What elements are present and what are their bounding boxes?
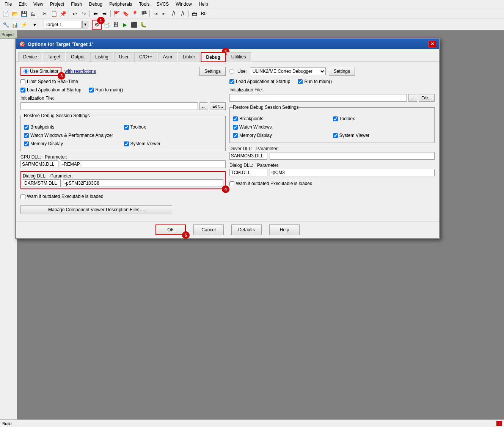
bookmark2-btn[interactable]: 🔖 [121, 9, 130, 18]
bookmark3-btn[interactable]: 📍 [130, 9, 139, 18]
save-btn[interactable]: 💾 [20, 9, 28, 18]
sep5 [149, 10, 150, 17]
paste-btn[interactable]: 📌 [59, 9, 67, 18]
tab-target[interactable]: Target [43, 52, 65, 62]
menu-window[interactable]: Window [173, 1, 195, 8]
memory-display-check-left[interactable] [24, 141, 29, 146]
defaults-btn[interactable]: Defaults [231, 224, 262, 235]
init-file-input-left[interactable] [20, 102, 198, 110]
left-settings-btn[interactable]: Settings [199, 67, 226, 76]
cut-btn[interactable]: ✂ [41, 9, 49, 18]
cpu-dll-input[interactable] [20, 160, 58, 168]
use-simulator-radio[interactable] [24, 69, 28, 74]
load-btn[interactable]: ⚡ [20, 20, 28, 29]
tab-bar: Device Target Output Listing User C/C++ … [16, 49, 439, 62]
init-edit-btn-right[interactable]: Edit... [419, 94, 435, 102]
tab-cpp[interactable]: C/C++ [134, 52, 157, 62]
tab-utilities[interactable]: Utilities [226, 52, 251, 62]
menu-flash[interactable]: Flash [68, 1, 85, 8]
menu-view[interactable]: View [30, 1, 46, 8]
format2-btn[interactable]: // [179, 9, 187, 18]
copy-btn[interactable]: 📋 [50, 9, 58, 18]
batch-btn[interactable]: 📊 [11, 20, 19, 29]
tab-user[interactable]: User [114, 52, 133, 62]
watch-windows-check-left[interactable] [24, 133, 29, 138]
dialog-close-btn[interactable]: ✕ [429, 41, 436, 47]
menu-svcs[interactable]: SVCS [154, 1, 172, 8]
format1-btn[interactable]: // [170, 9, 178, 18]
indent-btn[interactable]: ⇥ [151, 9, 160, 18]
multi-btn[interactable]: ▾ [29, 20, 40, 29]
toolbox-check-left[interactable] [124, 125, 129, 130]
debug-btn[interactable]: 🐛 [139, 20, 147, 29]
with-restrictions-link[interactable]: with restrictions [64, 69, 96, 74]
menu-file[interactable]: File [2, 1, 15, 8]
warn-check-left[interactable] [20, 194, 25, 199]
menu-peripherals[interactable]: Peripherals [106, 1, 135, 8]
driver-dll-input[interactable] [229, 152, 267, 160]
init-file-input-right[interactable] [229, 94, 407, 102]
menu-debug[interactable]: Debug [86, 1, 105, 8]
right-settings-btn[interactable]: Settings [329, 67, 355, 76]
step5-badge: 5 [182, 231, 190, 239]
stop-btn[interactable]: ⬛ [130, 20, 138, 29]
ok-btn[interactable]: OK [155, 224, 186, 235]
manage-btn[interactable]: Manage Component Viewer Description File… [20, 205, 172, 214]
outdent-btn[interactable]: ⇤ [160, 9, 169, 18]
breakpoints-check-right[interactable] [233, 116, 238, 121]
save-all-btn[interactable]: 🗂 [29, 9, 37, 18]
dialog-dll-input-right[interactable] [229, 169, 267, 176]
breakpoints-check-left[interactable] [24, 125, 29, 130]
load-app-check-left[interactable] [20, 88, 25, 93]
memory-display-check-right[interactable] [233, 133, 238, 138]
project-tab[interactable]: Project [0, 30, 17, 39]
bookmark4-btn[interactable]: 🏴 [140, 9, 148, 18]
nav-back-btn[interactable]: ⬅ [91, 9, 100, 18]
limit-speed-check[interactable] [20, 79, 25, 84]
menu-tools[interactable]: Tools [136, 1, 153, 8]
system-viewer-check-right[interactable] [333, 133, 338, 138]
init-browse-btn-right[interactable]: ... [408, 94, 417, 102]
debugger-select[interactable]: ULINK2/ME Cortex Debugger [250, 68, 326, 75]
debugger-combo: ULINK2/ME Cortex Debugger [250, 68, 326, 75]
help-btn[interactable]: Help [269, 224, 300, 235]
init-edit-btn-left[interactable]: Edit... [210, 102, 226, 110]
system-viewer-check-left[interactable] [124, 141, 129, 146]
tab-output[interactable]: Output [66, 52, 89, 62]
cancel-btn[interactable]: Cancel [193, 224, 224, 235]
redo-btn[interactable]: ↪ [80, 9, 88, 18]
new-file-btn[interactable]: 📄 [2, 9, 10, 18]
menu-edit[interactable]: Edit [16, 1, 30, 8]
watch-windows-check-right[interactable] [233, 125, 238, 130]
dialog-dll-input-left[interactable] [23, 179, 61, 187]
tab-asm[interactable]: Asm [158, 52, 177, 62]
build-btn[interactable]: 🔧 [2, 20, 10, 29]
menu-project[interactable]: Project [47, 1, 67, 8]
tab-debug[interactable]: Debug [201, 52, 225, 62]
run-to-main-check-right[interactable] [298, 79, 303, 84]
nav-fwd-btn[interactable]: ➡ [100, 9, 109, 18]
bookmark-btn[interactable]: 🚩 [112, 9, 121, 18]
driver-param-input[interactable] [270, 152, 435, 160]
warn-check-right[interactable] [229, 181, 234, 186]
open-file-btn[interactable]: 📂 [11, 9, 19, 18]
toolbox-check-right[interactable] [333, 116, 338, 121]
menu-help[interactable]: Help [196, 1, 211, 8]
use-debugger-radio[interactable] [229, 69, 234, 74]
tab-linker[interactable]: Linker [178, 52, 200, 62]
load-app-check-right[interactable] [229, 79, 234, 84]
run-to-main-check-left[interactable] [89, 88, 94, 93]
tab-listing[interactable]: Listing [90, 52, 113, 62]
cpu-param-input[interactable] [61, 160, 226, 168]
dialog-dll-labels-right: Dialog DLL: Parameter: [229, 163, 435, 168]
restore-checkboxes-left: Breakpoints Toolbox Watch Windows & Perf… [24, 124, 222, 148]
multiproj-btn[interactable]: 🗄 [111, 20, 120, 29]
run-btn[interactable]: ▶ [121, 20, 129, 29]
dialog-param-input-right[interactable] [270, 169, 435, 176]
target-dropdown[interactable]: ▼ [82, 21, 88, 28]
init-browse-btn-left[interactable]: ... [199, 102, 208, 110]
tab-device[interactable]: Device [18, 52, 42, 62]
insert-btn[interactable]: 🗃 [190, 9, 199, 18]
undo-btn[interactable]: ↩ [71, 9, 79, 18]
dialog-param-input-left[interactable] [63, 179, 223, 187]
